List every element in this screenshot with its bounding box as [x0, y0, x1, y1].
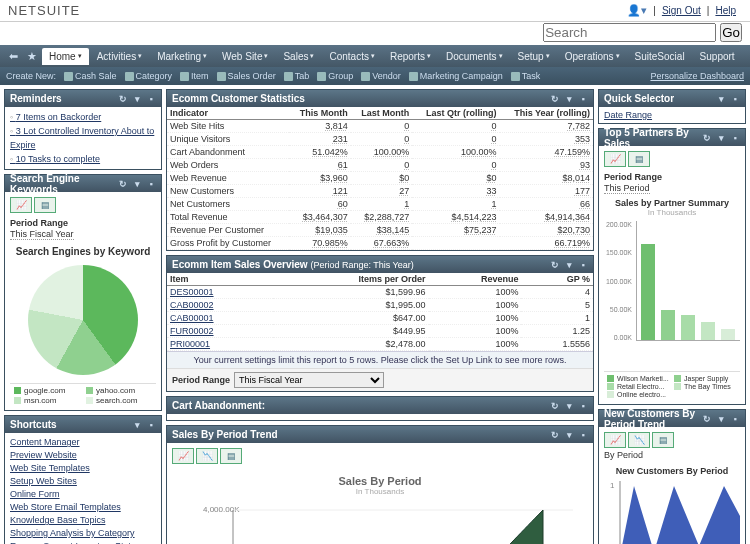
shortcut-link[interactable]: Content Manager	[10, 436, 156, 449]
create-campaign[interactable]: Marketing Campaign	[409, 71, 503, 81]
reminder-link[interactable]: 10 Tasks to complete	[10, 152, 156, 166]
search-input[interactable]	[543, 23, 716, 42]
item-link[interactable]: FUR00002	[170, 326, 214, 336]
nav-operations[interactable]: Operations▾	[558, 48, 627, 65]
nav-support[interactable]: Support	[693, 48, 742, 65]
refresh-icon[interactable]: ↻	[550, 260, 560, 270]
refresh-icon[interactable]: ↻	[550, 401, 560, 411]
gear-icon[interactable]: ▾	[132, 94, 142, 104]
create-cash-sale[interactable]: Cash Sale	[64, 71, 117, 81]
nav-setup[interactable]: Setup▾	[511, 48, 557, 65]
gear-icon[interactable]: ▾	[564, 430, 574, 440]
go-button[interactable]: Go	[720, 23, 742, 42]
bar	[681, 315, 695, 340]
period-range-value[interactable]: This Fiscal Year	[10, 229, 74, 240]
refresh-icon[interactable]: ↻	[702, 133, 712, 143]
shortcut-link[interactable]: Online Form	[10, 488, 156, 501]
items-range-select[interactable]: This Fiscal Year	[234, 372, 384, 388]
col-header: Last Qtr (rolling)	[412, 107, 499, 120]
shortcut-link[interactable]: Knowledge Base Topics	[10, 514, 156, 527]
gear-icon[interactable]: ▾	[716, 133, 726, 143]
create-vendor[interactable]: Vendor	[361, 71, 401, 81]
chart-type-icon[interactable]: ▤	[652, 432, 674, 448]
chart-type-icon[interactable]: ▤	[220, 448, 242, 464]
items-table: ItemItems per OrderRevenueGP %DES00001$1…	[167, 273, 593, 351]
gear-icon[interactable]: ▾	[132, 179, 142, 189]
refresh-icon[interactable]: ↻	[118, 94, 128, 104]
trend-chart-sub: In Thousands	[173, 487, 587, 496]
gear-icon[interactable]: ▾	[716, 414, 726, 424]
chart-type-icon[interactable]: ▤	[628, 151, 650, 167]
chart-type-icon[interactable]: 📉	[628, 432, 650, 448]
partners-chart-title: Sales by Partner Summary	[604, 198, 740, 208]
chart-line-icon[interactable]: 📈	[10, 197, 32, 213]
nav-suitesocial[interactable]: SuiteSocial	[628, 48, 692, 65]
sign-out-link[interactable]: Sign Out	[662, 5, 701, 16]
top-partners-portlet: Top 5 Partners By Sales↻▾▪ 📈▤ Period Ran…	[598, 128, 746, 405]
collapse-icon[interactable]: ▪	[578, 430, 588, 440]
chart-type-icon[interactable]: 📈	[604, 432, 626, 448]
collapse-icon[interactable]: ▪	[578, 260, 588, 270]
create-category[interactable]: Category	[125, 71, 173, 81]
create-sales-order[interactable]: Sales Order	[217, 71, 276, 81]
shortcut-link[interactable]: Setup Web Sites	[10, 475, 156, 488]
shortcut-link[interactable]: Web Site Templates	[10, 462, 156, 475]
create-tab[interactable]: Tab	[284, 71, 310, 81]
collapse-icon[interactable]: ▪	[730, 414, 740, 424]
item-link[interactable]: DES00001	[170, 287, 214, 297]
nav-website[interactable]: Web Site▾	[215, 48, 275, 65]
create-item[interactable]: Item	[180, 71, 209, 81]
user-icon[interactable]: 👤▾	[627, 4, 647, 17]
personalize-link[interactable]: Personalize Dashboard	[650, 71, 744, 81]
nav-reports[interactable]: Reports▾	[383, 48, 438, 65]
gear-icon[interactable]: ▾	[564, 94, 574, 104]
gear-icon[interactable]: ▾	[132, 420, 142, 430]
partners-range-value[interactable]: This Period	[604, 183, 650, 194]
collapse-icon[interactable]: ▪	[146, 94, 156, 104]
favorite-icon[interactable]: ★	[23, 47, 41, 65]
gear-icon[interactable]: ▾	[564, 260, 574, 270]
nav-documents[interactable]: Documents▾	[439, 48, 510, 65]
nav-contacts[interactable]: Contacts▾	[322, 48, 381, 65]
shortcut-link[interactable]: Preview Website	[10, 449, 156, 462]
refresh-icon[interactable]: ↻	[702, 414, 712, 424]
collapse-icon[interactable]: ▪	[730, 94, 740, 104]
nav-activities[interactable]: Activities▾	[90, 48, 149, 65]
item-link[interactable]: CAB00001	[170, 313, 214, 323]
refresh-icon[interactable]: ↻	[118, 179, 128, 189]
create-group[interactable]: Group	[317, 71, 353, 81]
gear-icon[interactable]: ▾	[564, 401, 574, 411]
chart-type-icon[interactable]: 📉	[196, 448, 218, 464]
period-range-label: Period Range	[10, 218, 156, 228]
item-link[interactable]: CAB00002	[170, 300, 214, 310]
nav-home[interactable]: Home▾	[42, 48, 89, 65]
nav-marketing[interactable]: Marketing▾	[150, 48, 214, 65]
shortcut-link[interactable]: Ecomm Current Inventory Status	[10, 540, 156, 544]
reminder-link[interactable]: 3 Lot Controlled Inventory About to Expi…	[10, 124, 156, 152]
qs-title: Quick Selector	[604, 93, 674, 104]
reminders-portlet: Reminders↻▾▪ 7 Items on Backorder 3 Lot …	[4, 89, 162, 170]
collapse-icon[interactable]: ▪	[146, 179, 156, 189]
refresh-icon[interactable]: ↻	[550, 94, 560, 104]
partners-bar-chart: 200.00K150.00K100.00K50.00K0.00K	[604, 221, 740, 371]
date-range-link[interactable]: Date Range	[604, 110, 652, 120]
shortcut-link[interactable]: Web Store Email Templates	[10, 501, 156, 514]
chart-type-icon[interactable]: 📈	[604, 151, 626, 167]
table-row: FUR00002$449.95100%1.25	[167, 325, 593, 338]
chart-bar-icon[interactable]: ▤	[34, 197, 56, 213]
collapse-icon[interactable]: ▪	[730, 133, 740, 143]
collapse-icon[interactable]: ▪	[578, 94, 588, 104]
help-link[interactable]: Help	[715, 5, 736, 16]
chart-type-icon[interactable]: 📈	[172, 448, 194, 464]
item-link[interactable]: PRI00001	[170, 339, 210, 349]
gear-icon[interactable]: ▾	[716, 94, 726, 104]
back-icon[interactable]: ⬅	[4, 47, 22, 65]
shortcuts-title: Shortcuts	[10, 419, 57, 430]
nav-sales[interactable]: Sales▾	[276, 48, 321, 65]
refresh-icon[interactable]: ↻	[550, 430, 560, 440]
reminder-link[interactable]: 7 Items on Backorder	[10, 110, 156, 124]
collapse-icon[interactable]: ▪	[146, 420, 156, 430]
shortcut-link[interactable]: Shopping Analysis by Category	[10, 527, 156, 540]
expand-icon[interactable]: ▪	[578, 401, 588, 411]
create-task[interactable]: Task	[511, 71, 541, 81]
